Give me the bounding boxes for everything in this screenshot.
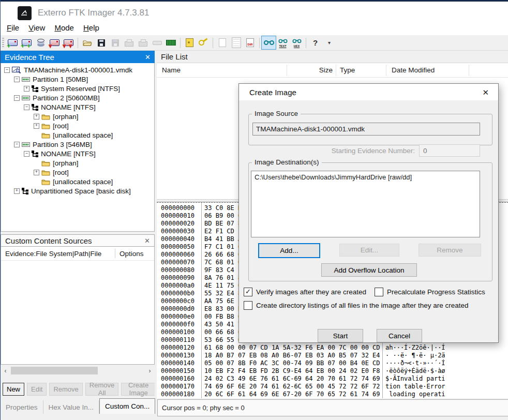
evidence-tree[interactable]: −TMAMachineA-disk1-000001.vmdk−Partition… bbox=[1, 63, 155, 232]
column-options[interactable]: Options bbox=[115, 250, 144, 258]
remove-all-evidence-items-icon[interactable]: ▾▾ bbox=[62, 36, 76, 49]
tree-item[interactable]: −NONAME [NTFS] bbox=[1, 149, 154, 158]
column-type[interactable]: Type bbox=[340, 66, 355, 74]
expand-icon[interactable]: + bbox=[34, 123, 39, 129]
new-document-icon[interactable] bbox=[215, 36, 229, 49]
tree-item[interactable]: [unallocated space] bbox=[1, 130, 154, 140]
cancel-button[interactable]: Cancel bbox=[377, 329, 422, 342]
hex-offset: 000000010 bbox=[161, 212, 195, 220]
save-disabled-icon[interactable] bbox=[108, 36, 122, 49]
hex-offset: 000000160 bbox=[161, 375, 195, 383]
capture-memory-icon[interactable] bbox=[164, 36, 178, 49]
menu-mode[interactable]: Mode bbox=[53, 22, 75, 34]
tree-item[interactable]: +[root] bbox=[1, 121, 154, 130]
horizontal-scrollbar[interactable]: ‹ › bbox=[1, 365, 154, 377]
image-mounting-icon[interactable] bbox=[34, 36, 48, 49]
starting-evidence-number-field[interactable]: 0 bbox=[419, 144, 480, 157]
scroll-left-icon[interactable]: ‹ bbox=[1, 367, 10, 374]
menu-file[interactable]: File bbox=[6, 22, 20, 34]
collapse-icon[interactable]: − bbox=[4, 67, 10, 73]
column-name[interactable]: Name bbox=[162, 66, 181, 74]
verify-images-checkbox[interactable]: ✓ bbox=[244, 288, 252, 296]
custom-content-list[interactable]: Evidence:File System|Path|File Options bbox=[1, 247, 155, 365]
expand-icon[interactable]: + bbox=[24, 86, 29, 92]
tab-hex-value-in-[interactable]: Hex Value In... bbox=[43, 400, 100, 414]
directory-listings-checkbox-row: Create directory listings of all files i… bbox=[244, 301, 468, 310]
add-all-attached-devices-icon[interactable]: ++ bbox=[20, 36, 34, 49]
new-button[interactable]: New bbox=[3, 383, 24, 396]
remove-evidence-item-icon[interactable]: ▾ bbox=[48, 36, 62, 49]
remove-button[interactable]: Remove bbox=[419, 244, 481, 257]
image-destinations-list[interactable]: C:\Users\thebe\Downloads\JimmyHardDrive … bbox=[251, 171, 480, 237]
document-list-icon[interactable] bbox=[229, 36, 243, 49]
menu-bar: FileViewModeHelp bbox=[1, 22, 508, 35]
image-source-field[interactable]: TMAMachineA-disk1-000001.vmdk bbox=[252, 123, 480, 136]
column-evidence-path[interactable]: Evidence:File System|Path|File bbox=[1, 250, 115, 258]
tree-item[interactable]: −Partition 3 [546MB] bbox=[1, 140, 154, 149]
toolbar-options-icon[interactable]: ▾ bbox=[322, 36, 336, 49]
precalculate-progress-checkbox[interactable] bbox=[375, 288, 383, 296]
add-overflow-location-button[interactable]: Add Overflow Location bbox=[321, 263, 417, 277]
collapse-icon[interactable]: − bbox=[24, 151, 29, 157]
tab-properties[interactable]: Properties bbox=[1, 400, 43, 414]
collapse-icon[interactable]: − bbox=[14, 95, 20, 101]
tree-item[interactable]: +[root] bbox=[1, 168, 154, 177]
verify-images-checkbox-row: ✓ Verify images after they are created bbox=[244, 288, 366, 296]
create-directory-listings-checkbox[interactable] bbox=[244, 301, 252, 310]
collapse-icon[interactable]: − bbox=[24, 104, 29, 110]
obtain-protected-files-icon[interactable] bbox=[183, 36, 197, 49]
hex-bytes: 05 00 07 8B F0 AC 3C 00-74 09 BB 07 00 B… bbox=[204, 359, 380, 367]
expand-icon[interactable]: + bbox=[34, 114, 39, 119]
export-directory-listing-icon[interactable]: DIR bbox=[243, 36, 257, 49]
text-mode-icon[interactable]: TEXT bbox=[276, 36, 290, 49]
dialog-close-icon[interactable]: ✕ bbox=[482, 88, 489, 97]
print-icon[interactable] bbox=[122, 36, 136, 49]
expand-icon[interactable]: + bbox=[14, 188, 20, 194]
save-icon[interactable] bbox=[94, 36, 108, 49]
scroll-right-icon[interactable]: › bbox=[145, 367, 154, 374]
start-button[interactable]: Start bbox=[318, 329, 363, 342]
column-size[interactable]: Size bbox=[291, 66, 333, 74]
column-date-modified[interactable]: Date Modified bbox=[392, 66, 435, 74]
tree-item[interactable]: [orphan] bbox=[1, 158, 154, 168]
tree-item[interactable]: +Unpartitioned Space [basic disk] bbox=[1, 186, 154, 196]
dialog-title-bar[interactable]: Create Image ✕ bbox=[239, 84, 498, 100]
tree-item[interactable]: +[orphan] bbox=[1, 112, 154, 121]
add-evidence-item-icon[interactable]: + bbox=[6, 36, 20, 49]
open-image-icon[interactable] bbox=[80, 36, 94, 49]
tree-item[interactable]: −Partition 2 [50600MB] bbox=[1, 93, 154, 102]
hex-row: 00000017074 69 6F 6E 20 74 61 62-6C 65 0… bbox=[157, 383, 508, 391]
hex-mode-icon[interactable]: HEX bbox=[290, 36, 304, 49]
add-button[interactable]: Add... bbox=[258, 243, 320, 258]
collapse-icon[interactable]: − bbox=[14, 142, 20, 147]
destination-item[interactable]: C:\Users\thebe\Downloads\JimmyHardDrive … bbox=[251, 173, 480, 182]
scrollbar-thumb[interactable] bbox=[11, 367, 98, 374]
tree-item[interactable]: +System Reserved [NTFS] bbox=[1, 84, 154, 93]
edit-button[interactable]: Edit... bbox=[339, 244, 399, 257]
menu-view[interactable]: View bbox=[27, 22, 46, 34]
tab-custom-con-[interactable]: Custom Con... bbox=[99, 398, 155, 414]
hex-offset: 000000040 bbox=[161, 235, 195, 243]
create-image-button[interactable]: Create Image bbox=[121, 383, 156, 396]
print-preview-icon[interactable] bbox=[136, 36, 150, 49]
expand-icon[interactable]: + bbox=[34, 170, 39, 175]
remove-all-button[interactable]: Remove All bbox=[85, 383, 118, 396]
detect-efs-encryption-icon[interactable] bbox=[197, 36, 211, 49]
hex-ascii: ·ëòôëý+Éädë·$·àø bbox=[385, 367, 445, 375]
evidence-tree-close-icon[interactable]: ✕ bbox=[145, 53, 151, 61]
verify-image-icon[interactable] bbox=[150, 36, 164, 49]
menu-help[interactable]: Help bbox=[82, 22, 100, 34]
remove-button[interactable]: Remove bbox=[49, 383, 82, 396]
tree-item[interactable]: −NONAME [NTFS] bbox=[1, 102, 154, 112]
tree-item[interactable]: [unallocated space] bbox=[1, 177, 154, 186]
custom-content-close-icon[interactable]: ✕ bbox=[144, 237, 150, 245]
tree-item[interactable]: −Partition 1 [50MB] bbox=[1, 74, 154, 84]
tree-item[interactable]: −TMAMachineA-disk1-000001.vmdk bbox=[1, 65, 154, 74]
auto-mode-icon[interactable] bbox=[262, 36, 276, 49]
help-icon[interactable]: ? bbox=[308, 36, 322, 49]
toolbar-grip[interactable] bbox=[2, 38, 4, 48]
collapse-icon[interactable]: − bbox=[14, 77, 20, 82]
tree-item-label: NONAME [NTFS] bbox=[41, 150, 96, 158]
hex-row: 00000016024 02 C3 49 6E 76 61 6C-69 64 2… bbox=[157, 375, 508, 383]
edit-button[interactable]: Edit bbox=[27, 383, 47, 396]
